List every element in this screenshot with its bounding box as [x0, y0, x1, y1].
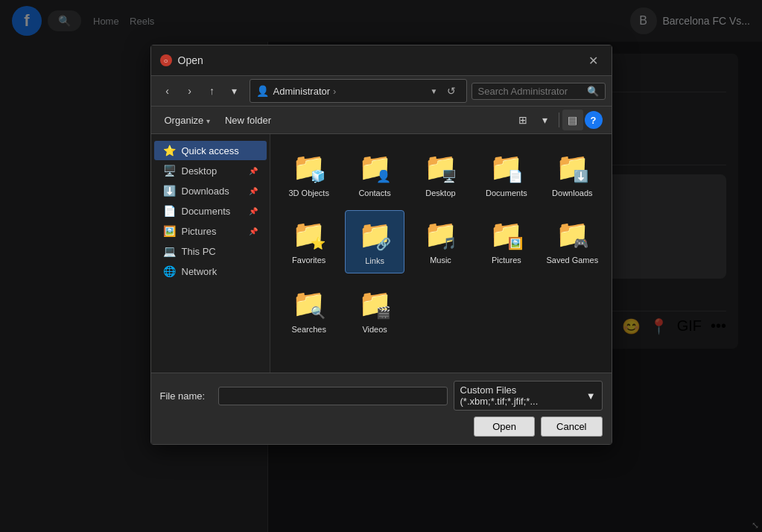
file-overlay-favorites: ⭐: [311, 236, 326, 250]
address-separator: ›: [333, 86, 336, 97]
nav-icon-desktop: 🖥️: [163, 165, 176, 177]
help-button[interactable]: ?: [585, 111, 603, 129]
file-name-desktop: Desktop: [425, 188, 455, 198]
file-name-saved-games: Saved Games: [546, 255, 598, 265]
file-overlay-saved-games: 🎮: [574, 236, 588, 250]
pin-icon-documents: 📌: [249, 207, 258, 215]
file-icon-desktop: 📁 🖥️: [422, 149, 458, 185]
nav-label-network: Network: [182, 266, 218, 277]
nav-item-desktop[interactable]: 🖥️ Desktop 📌: [154, 161, 267, 180]
file-name-documents: Documents: [486, 188, 527, 198]
file-item-documents[interactable]: 📁 📄 Documents: [477, 143, 536, 204]
dialog-titlebar: ○ Open ✕: [151, 45, 612, 76]
file-name-downloads: Downloads: [552, 188, 592, 198]
cancel-button[interactable]: Cancel: [541, 417, 602, 437]
file-item-desktop[interactable]: 📁 🖥️ Desktop: [410, 143, 470, 204]
pin-icon-pictures: 📌: [249, 227, 258, 235]
preview-pane-button[interactable]: ▤: [562, 110, 583, 130]
file-icon-documents: 📁 📄: [489, 149, 524, 185]
file-name-contacts: Contacts: [358, 188, 390, 198]
address-refresh-button[interactable]: ↺: [442, 82, 460, 100]
file-overlay-videos: 🎬: [376, 305, 391, 320]
nav-item-documents[interactable]: 📄 Documents 📌: [154, 201, 267, 221]
nav-item-pictures[interactable]: 🖼️ Pictures 📌: [154, 221, 267, 241]
search-input[interactable]: [478, 86, 584, 97]
file-item-music[interactable]: 📁 🎵 Music: [410, 210, 470, 273]
file-icon-contacts: 📁 👤: [357, 149, 393, 185]
file-icon-favorites: 📁 ⭐: [291, 216, 327, 252]
file-overlay-music: 🎵: [442, 236, 457, 250]
large-icons-view-button[interactable]: ⊞: [512, 110, 533, 130]
nav-label-pictures: Pictures: [182, 226, 217, 237]
file-icon-saved-games: 📁 🎮: [554, 216, 590, 252]
address-user-icon: 👤: [256, 85, 269, 97]
dialog-close-button[interactable]: ✕: [585, 51, 603, 69]
files-panel: 📁 🧊 3D Objects 📁 👤 Contacts 📁 🖥️ Desktop…: [270, 134, 612, 373]
nav-icon-this-pc: 💻: [163, 245, 176, 257]
organize-arrow: ▾: [206, 117, 210, 125]
file-icon-pictures: 📁 🖼️: [489, 216, 524, 252]
open-button[interactable]: Open: [474, 417, 535, 437]
file-item-searches[interactable]: 📁 🔍 Searches: [279, 279, 339, 341]
file-item-contacts[interactable]: 📁 👤 Contacts: [345, 143, 404, 204]
actions-bar: Organize ▾ New folder ⊞ ▾ ▤ ?: [151, 107, 612, 134]
nav-label-downloads: Downloads: [182, 186, 229, 197]
file-name-searches: Searches: [291, 324, 326, 335]
open-dialog: ○ Open ✕ ‹ › ↑ ▾ 👤 Administrator › ▼ ↺: [150, 45, 612, 445]
view-dropdown-button[interactable]: ▾: [535, 110, 556, 130]
nav-icon-pictures: 🖼️: [163, 225, 176, 237]
file-overlay-links: 🔗: [376, 237, 391, 251]
file-item-downloads[interactable]: 📁 ⬇️ Downloads: [542, 143, 602, 204]
address-path: Administrator ›: [273, 86, 426, 97]
nav-icon-network: 🌐: [163, 265, 176, 277]
file-item-pictures[interactable]: 📁 🖼️ Pictures: [477, 210, 536, 273]
view-buttons: ⊞ ▾ ▤ ?: [512, 110, 603, 130]
file-name-videos: Videos: [362, 324, 387, 335]
file-icon-3d-objects: 📁 🧊: [291, 149, 327, 185]
file-overlay-searches: 🔍: [311, 305, 326, 320]
nav-item-downloads[interactable]: ⬇️ Downloads 📌: [154, 181, 267, 200]
nav-label-quick-access: Quick access: [182, 145, 239, 156]
search-button[interactable]: 🔍: [587, 86, 599, 97]
pin-icon-downloads: 📌: [249, 187, 258, 195]
file-icon-videos: 📁 🎬: [357, 285, 393, 321]
file-overlay-3d-objects: 🧊: [311, 169, 326, 183]
dialog-overlay: ○ Open ✕ ‹ › ↑ ▾ 👤 Administrator › ▼ ↺: [0, 0, 762, 532]
filename-input[interactable]: [218, 387, 448, 405]
file-item-videos[interactable]: 📁 🎬 Videos: [345, 279, 404, 341]
nav-item-this-pc[interactable]: 💻 This PC: [154, 241, 267, 261]
view-separator: [559, 113, 559, 127]
nav-label-documents: Documents: [182, 206, 231, 217]
new-folder-button[interactable]: New folder: [220, 113, 276, 128]
file-item-links[interactable]: 📁 🔗 Links: [345, 210, 404, 273]
forward-button[interactable]: ›: [180, 80, 200, 101]
file-overlay-desktop: 🖥️: [442, 169, 457, 183]
address-bar[interactable]: 👤 Administrator › ▼ ↺: [250, 79, 467, 103]
nav-item-quick-access[interactable]: ⭐ Quick access: [154, 141, 267, 160]
file-item-favorites[interactable]: 📁 ⭐ Favorites: [279, 210, 339, 273]
file-overlay-contacts: 👤: [376, 169, 391, 183]
recent-button[interactable]: ▾: [224, 80, 245, 101]
file-icon-searches: 📁 🔍: [291, 285, 327, 321]
up-button[interactable]: ↑: [202, 80, 223, 101]
file-name-favorites: Favorites: [292, 255, 326, 265]
filetype-dropdown-arrow: ▼: [586, 390, 596, 402]
file-icon-downloads: 📁 ⬇️: [554, 149, 590, 185]
search-bar: 🔍: [472, 83, 606, 100]
file-overlay-pictures: 🖼️: [508, 236, 523, 250]
dialog-body: ⭐ Quick access 🖥️ Desktop 📌 ⬇️ Downloads…: [151, 134, 612, 373]
organize-button[interactable]: Organize ▾: [160, 113, 215, 128]
nav-item-network[interactable]: 🌐 Network: [154, 262, 267, 281]
filename-row: File name: Custom Files (*.xbm;*.tif;*.j…: [160, 381, 603, 411]
file-item-3d-objects[interactable]: 📁 🧊 3D Objects: [279, 143, 339, 204]
resize-handle[interactable]: ⤡: [752, 520, 759, 531]
address-dropdown-button[interactable]: ▼: [431, 87, 438, 95]
file-name-pictures: Pictures: [492, 255, 521, 265]
nav-label-this-pc: This PC: [182, 246, 216, 257]
filename-label: File name:: [160, 390, 212, 402]
back-button[interactable]: ‹: [157, 80, 178, 101]
file-item-saved-games[interactable]: 📁 🎮 Saved Games: [542, 210, 602, 273]
footer-buttons: Open Cancel: [160, 417, 603, 437]
file-icon-music: 📁 🎵: [422, 216, 458, 252]
filetype-select[interactable]: Custom Files (*.xbm;*.tif;*.jfif;*... ▼: [454, 381, 603, 411]
